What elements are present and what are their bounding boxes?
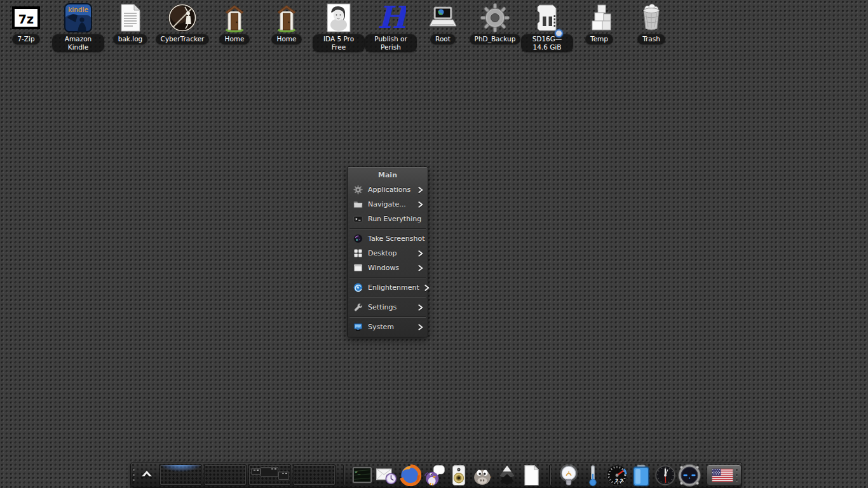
desktop-grid-icon <box>353 248 363 258</box>
menu-item-label: Run Everything <box>368 215 423 223</box>
pager-desk-4[interactable] <box>293 464 336 485</box>
desktop-icon-amazon-kindle[interactable]: kindleAmazon Kindle <box>52 1 104 52</box>
menu-item-windows[interactable]: Windows <box>348 261 428 275</box>
pager-desk-2[interactable] <box>204 464 247 485</box>
shelf-separator <box>549 465 551 484</box>
pager-desk-1[interactable] <box>159 464 202 485</box>
desktop-icon-ida-5-pro-free[interactable]: IDA 5 Pro Free <box>313 1 365 52</box>
home-door-icon <box>271 3 302 33</box>
ibar-launchers: >_ <box>350 464 543 486</box>
menu-title: Main <box>348 168 428 182</box>
menu-item-desktop[interactable]: Desktop <box>348 246 428 261</box>
7zip-icon: 7z <box>11 3 41 33</box>
desktop-icon-label: Home <box>271 34 301 44</box>
pager-window[interactable] <box>278 471 289 480</box>
shelf-handle-left[interactable] <box>131 466 137 484</box>
menu-item-label: Enlightenment <box>368 283 419 292</box>
gadget-area: 2.2 <box>557 464 702 487</box>
menu-item-label: Navigate... <box>368 200 413 208</box>
submenu-arrow-icon <box>418 187 423 193</box>
svg-text:>_: >_ <box>355 468 361 474</box>
submenu-arrow-icon <box>424 285 430 291</box>
menu-separator <box>349 228 426 229</box>
keyboard-layout-gadget[interactable] <box>707 464 742 485</box>
submenu-arrow-icon <box>418 201 423 208</box>
terminal-icon[interactable]: >_ <box>351 464 373 486</box>
home-door-icon <box>219 3 250 33</box>
svg-text:kindle: kindle <box>68 6 88 13</box>
shelf-separator <box>343 465 345 484</box>
trash-icon <box>636 3 667 33</box>
desktop-icon-label: Publish or Perish <box>365 34 417 52</box>
desktop-icon-label: Amazon Kindle <box>52 34 104 52</box>
menu-item-system[interactable]: System <box>348 320 428 334</box>
desktop-icon-sd16g-14-6-gib[interactable]: SD16G—14.6 GiB <box>521 1 573 52</box>
desktop-icon-publish-or-perish[interactable]: HPublish or Perish <box>365 1 417 52</box>
menu-item-label: System <box>368 323 413 331</box>
window-icon <box>353 263 363 273</box>
submenu-arrow-icon <box>418 265 423 271</box>
menu-item-run-everything[interactable]: Run Everything <box>348 212 428 226</box>
pidgin-icon[interactable] <box>424 464 445 486</box>
desktop-icon-label: CyberTracker <box>156 34 210 44</box>
desktop-icon-label: IDA 5 Pro Free <box>313 34 365 52</box>
eyes-gauge-icon[interactable] <box>678 464 701 487</box>
gimp-icon[interactable] <box>472 464 494 486</box>
mail-clock-icon[interactable] <box>376 464 397 486</box>
desktop-icon-root[interactable]: Root <box>417 1 469 52</box>
battery-icon[interactable] <box>630 464 653 487</box>
desktop-icon-phd-backup[interactable]: PhD_Backup <box>469 1 521 52</box>
menu-item-settings[interactable]: Settings <box>348 300 428 315</box>
desktop-icon-label: Root <box>430 34 456 44</box>
desktop-icon-7-zip[interactable]: 7z7-Zip <box>0 1 52 52</box>
backlight-bulb-icon[interactable] <box>557 464 580 487</box>
text-file-icon <box>115 3 146 33</box>
analog-clock-icon[interactable] <box>654 464 677 487</box>
pager <box>158 464 337 485</box>
svg-text:2.2: 2.2 <box>615 477 623 483</box>
menu-item-enlightenment[interactable]: Enlightenment <box>348 280 428 295</box>
laptop-icon <box>428 3 458 33</box>
removable-media-badge[interactable] <box>555 29 563 37</box>
ida-portrait-icon <box>323 3 354 33</box>
menu-item-navigate[interactable]: Navigate... <box>348 197 428 212</box>
kindle-icon: kindle <box>63 3 93 33</box>
desktop-icon-home[interactable]: Home <box>261 1 313 52</box>
audio-player-icon[interactable] <box>448 464 470 486</box>
desktop-icon-trash[interactable]: Trash <box>625 1 677 52</box>
folder-icon <box>353 200 363 209</box>
menu-item-take-screenshot[interactable]: Take Screenshot <box>348 231 428 246</box>
pager-desk-3[interactable] <box>248 464 291 485</box>
boxes-icon <box>584 3 614 33</box>
submenu-arrow-icon <box>418 250 423 257</box>
svg-text:H: H <box>377 3 406 33</box>
sdcard-icon <box>532 3 562 33</box>
start-arrow-icon <box>139 466 154 484</box>
menu-item-label: Take Screenshot <box>368 234 424 243</box>
desktop-icon-cybertracker[interactable]: CyberTracker <box>156 1 208 52</box>
desktop-icon-bak-log[interactable]: bak.log <box>104 1 156 52</box>
svg-text:7z: 7z <box>18 12 34 26</box>
menu-separator <box>349 316 426 318</box>
main-menu: Main ApplicationsNavigate...Run Everythi… <box>347 166 428 337</box>
menu-item-applications[interactable]: Applications <box>348 182 428 197</box>
camera-lens-icon <box>353 234 363 243</box>
menu-item-list: ApplicationsNavigate...Run EverythingTak… <box>348 182 428 334</box>
document-icon[interactable] <box>520 464 542 486</box>
desktop-icon-row: 7z7-ZipkindleAmazon Kindlebak.logCyberTr… <box>0 1 677 52</box>
inkscape-icon[interactable] <box>496 464 518 486</box>
cpufreq-gauge-icon[interactable]: 2.2 <box>606 464 628 487</box>
firefox-icon[interactable] <box>400 464 421 486</box>
temperature-thermometer-icon[interactable] <box>581 464 604 487</box>
pager-window[interactable] <box>261 467 278 477</box>
submenu-arrow-icon <box>418 304 423 311</box>
shelf: >_ 2.2 <box>130 462 742 488</box>
desktop-icon-temp[interactable]: Temp <box>573 1 625 52</box>
menu-separator <box>349 297 426 298</box>
start-button[interactable] <box>137 463 158 487</box>
pager-window[interactable] <box>251 468 261 475</box>
system-monitor-icon <box>353 322 363 332</box>
cybertracker-icon <box>167 3 198 33</box>
desktop-icon-home[interactable]: Home <box>208 1 261 52</box>
shelf-handle-right[interactable] <box>733 468 740 482</box>
